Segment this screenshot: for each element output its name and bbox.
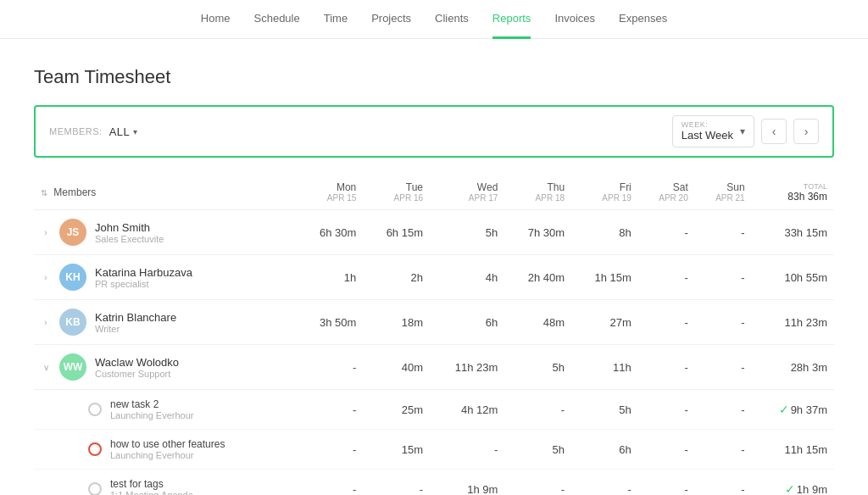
avatar: KH (59, 264, 86, 291)
day-cell-2: 4h (430, 255, 504, 300)
member-name: Katarina Harbuzava (95, 266, 192, 279)
task-total-cell: 11h 15m (752, 430, 834, 470)
member-cell: ∨ WW Waclaw Wolodko Customer Support (34, 345, 297, 390)
member-role: Writer (95, 324, 176, 334)
task-day-cell-2: 1h 9m (430, 470, 504, 496)
member-cell: › JS John Smith Sales Exectuvite (34, 210, 297, 255)
sun-col-header: Sun APR 21 (695, 178, 752, 210)
task-day-cell-5: - (638, 470, 695, 496)
member-cell: › KH Katarina Harbuzava PR specialist (34, 255, 297, 300)
day-cell-1: 6h 15m (363, 210, 430, 255)
filter-right: WEEK: Last Week ▾ ‹ › (672, 115, 819, 147)
day-cell-5: - (638, 255, 695, 300)
task-day-cell-0: - (297, 470, 364, 496)
day-cell-3: 5h (504, 345, 571, 390)
table-row: › KH Katarina Harbuzava PR specialist 1h… (34, 255, 834, 300)
nav-expenses[interactable]: Expenses (619, 0, 667, 39)
total-cell: 11h 23m (752, 300, 834, 345)
avatar: WW (59, 353, 86, 381)
members-filter[interactable]: MEMBERS: All ▾ (49, 125, 138, 138)
day-cell-4: 27m (571, 300, 638, 345)
nav-projects[interactable]: Projects (371, 0, 411, 39)
day-cell-0: 6h 30m (297, 210, 364, 255)
day-cell-6: - (695, 345, 752, 390)
task-row: new task 2 Launching Everhour -25m4h 12m… (34, 390, 834, 430)
day-cell-5: - (638, 300, 695, 345)
task-name-cell: how to use other features Launching Ever… (34, 430, 297, 470)
task-check-icon: ✓ (779, 403, 789, 416)
member-name: Waclaw Wolodko (95, 356, 179, 369)
task-day-cell-5: - (638, 390, 695, 430)
day-cell-3: 48m (504, 300, 571, 345)
task-name-cell: test for tags 1:1 Meeting Agenda (34, 470, 297, 496)
task-project: Launching Everhour (110, 450, 225, 460)
members-dropdown[interactable]: All ▾ (109, 125, 138, 138)
task-day-cell-1: - (363, 470, 430, 496)
total-cell: 33h 15m (752, 210, 834, 255)
member-role: Customer Support (95, 369, 179, 379)
member-role: Sales Exectuvite (95, 234, 164, 244)
task-row: how to use other features Launching Ever… (34, 430, 834, 470)
task-check-icon: ✓ (785, 482, 795, 495)
day-cell-5: - (638, 345, 695, 390)
filter-bar: MEMBERS: All ▾ WEEK: Last Week ▾ ‹ › (34, 105, 834, 158)
total-cell: 10h 55m (752, 255, 834, 300)
members-label: MEMBERS: (49, 126, 103, 136)
week-label: WEEK: (682, 121, 733, 129)
nav-invoices[interactable]: Invoices (554, 0, 595, 39)
task-day-cell-5: - (638, 430, 695, 470)
task-day-cell-6: - (695, 390, 752, 430)
week-selector[interactable]: WEEK: Last Week ▾ (672, 115, 754, 147)
task-day-cell-2: - (430, 430, 504, 470)
nav-home[interactable]: Home (201, 0, 231, 39)
task-name-cell: new task 2 Launching Everhour (34, 390, 297, 430)
task-name: how to use other features (110, 438, 225, 450)
task-status-circle (88, 482, 102, 495)
task-day-cell-0: - (297, 390, 364, 430)
fri-col-header: Fri APR 19 (571, 178, 638, 210)
day-cell-1: 18m (363, 300, 430, 345)
avatar: JS (59, 219, 86, 246)
expand-icon[interactable]: › (41, 272, 51, 282)
day-cell-2: 11h 23m (430, 345, 504, 390)
task-project: 1:1 Meeting Agenda (110, 490, 193, 495)
task-project: Launching Everhour (110, 410, 193, 420)
task-day-cell-4: - (571, 470, 638, 496)
page-title: Team Timesheet (34, 66, 834, 88)
chevron-down-icon: ▾ (740, 125, 745, 137)
expand-icon[interactable]: › (41, 227, 51, 237)
next-week-button[interactable]: › (793, 119, 819, 144)
timesheet-table: ⇅ Members Mon APR 15 Tue APR 16 Wed APR … (34, 178, 834, 495)
expand-icon[interactable]: ∨ (41, 362, 51, 372)
day-cell-4: 8h (571, 210, 638, 255)
day-cell-2: 6h (430, 300, 504, 345)
day-cell-0: 3h 50m (297, 300, 364, 345)
wed-col-header: Wed APR 17 (430, 178, 504, 210)
nav-schedule[interactable]: Schedule (254, 0, 300, 39)
day-cell-6: - (695, 300, 752, 345)
expand-icon[interactable]: › (41, 317, 51, 327)
members-col-header: ⇅ Members (34, 178, 297, 210)
table-row: › KB Katrin Blanchare Writer 3h 50m18m6h… (34, 300, 834, 345)
week-value: Last Week (682, 129, 733, 142)
tue-col-header: Tue APR 16 (363, 178, 430, 210)
task-name: new task 2 (110, 398, 193, 410)
table-row: › JS John Smith Sales Exectuvite 6h 30m6… (34, 210, 834, 255)
task-day-cell-3: - (504, 470, 571, 496)
member-cell: › KB Katrin Blanchare Writer (34, 300, 297, 345)
task-day-cell-4: 6h (571, 430, 638, 470)
sat-col-header: Sat APR 20 (638, 178, 695, 210)
task-day-cell-3: 5h (504, 430, 571, 470)
task-status-circle (88, 403, 102, 416)
nav-reports[interactable]: Reports (492, 0, 531, 39)
day-cell-1: 40m (363, 345, 430, 390)
sort-icon: ⇅ (41, 188, 47, 197)
nav-clients[interactable]: Clients (435, 0, 469, 39)
day-cell-0: 1h (297, 255, 364, 300)
table-header-row: ⇅ Members Mon APR 15 Tue APR 16 Wed APR … (34, 178, 834, 210)
task-day-cell-6: - (695, 430, 752, 470)
prev-week-button[interactable]: ‹ (761, 119, 787, 144)
task-name: test for tags (110, 478, 193, 490)
task-day-cell-2: 4h 12m (430, 390, 504, 430)
nav-time[interactable]: Time (324, 0, 348, 39)
